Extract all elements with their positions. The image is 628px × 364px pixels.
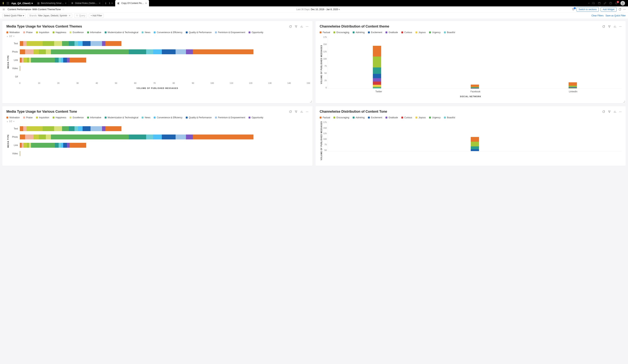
brands-filter-chip[interactable]: Brands: Nike Japan, Diebold, Sprinklr ✕ [28, 13, 72, 18]
legend-item[interactable]: Urgency [429, 31, 441, 34]
legend-item[interactable]: News [142, 116, 150, 119]
bar-segment[interactable] [31, 58, 55, 62]
bar-segment[interactable] [70, 58, 86, 62]
legend-item[interactable]: Informative [87, 31, 101, 34]
filter-icon[interactable] [295, 25, 298, 28]
legend-item[interactable]: Excellence [70, 116, 83, 119]
calendar-icon[interactable] [598, 2, 601, 5]
bar-segment[interactable] [82, 126, 90, 131]
bar-segment[interactable] [62, 126, 69, 131]
client-selector[interactable]: App_QA_Client1 ▾ [11, 2, 33, 5]
pager-next-icon[interactable]: ▼ [13, 35, 15, 37]
legend-item[interactable]: Convenience & Efficiency [154, 116, 182, 119]
bar-segment[interactable] [193, 49, 253, 54]
legend-item[interactable]: Opportunity [248, 116, 263, 119]
bar-segment[interactable] [78, 41, 82, 46]
legend-item[interactable]: Encouraging [333, 116, 349, 119]
bar-segment[interactable] [27, 58, 29, 62]
bar-segment[interactable] [69, 41, 75, 46]
bar-segment[interactable] [162, 49, 176, 54]
bar-segment[interactable] [569, 88, 577, 89]
filter-icon[interactable] [608, 25, 611, 28]
bar-segment[interactable] [43, 126, 54, 131]
bar-segment[interactable] [67, 58, 70, 62]
chart-type-icon[interactable] [614, 25, 617, 28]
notifications-icon[interactable]: 1 [615, 2, 618, 5]
bar-segment[interactable] [146, 134, 153, 139]
bar-segment[interactable] [20, 66, 20, 71]
bar-segment[interactable] [70, 143, 86, 148]
bar-segment[interactable] [373, 46, 381, 57]
bar-segment[interactable] [129, 134, 146, 139]
tab[interactable]: ◧Copy Of Content Perfor× [115, 0, 149, 6]
legend-item[interactable]: Curious [401, 31, 412, 34]
tab[interactable]: ▤Benchmarking Smart Al× [35, 0, 69, 6]
legend-item[interactable]: Curious [401, 116, 412, 119]
help-icon[interactable] [609, 2, 612, 5]
legend-item[interactable]: Praise [23, 116, 33, 119]
search-icon[interactable] [592, 2, 595, 5]
bar-segment[interactable] [24, 58, 27, 62]
filter-funnel-icon[interactable]: 1 [572, 8, 575, 11]
resize-handle-icon[interactable] [310, 101, 312, 103]
legend-item[interactable]: Feminism & Empowerment [215, 31, 245, 34]
bar-segment[interactable] [102, 41, 105, 46]
hamburger-icon[interactable] [2, 8, 5, 11]
bar-segment[interactable] [90, 126, 102, 131]
bar-segment[interactable] [24, 143, 27, 148]
bar-segment[interactable] [69, 126, 75, 131]
bar-segment[interactable] [146, 49, 153, 54]
bar-segment[interactable] [55, 143, 59, 148]
close-tab-icon[interactable]: × [99, 2, 100, 5]
bar-segment[interactable] [22, 143, 24, 148]
bar-segment[interactable] [186, 49, 193, 54]
bar-segment[interactable] [20, 126, 23, 131]
bar-segment[interactable] [51, 134, 129, 139]
legend-item[interactable]: Happiness [53, 31, 66, 34]
bar-segment[interactable] [59, 58, 62, 62]
bar-segment[interactable] [63, 143, 67, 148]
more-icon[interactable]: ⋯ [623, 8, 626, 11]
legend-item[interactable]: Factual [320, 31, 330, 34]
chart-type-icon[interactable] [300, 110, 303, 113]
chart-type-icon[interactable] [614, 110, 617, 113]
bar-segment[interactable] [102, 126, 105, 131]
close-tab-icon[interactable]: × [145, 2, 147, 5]
refresh-icon[interactable] [602, 110, 605, 113]
close-tab-icon[interactable]: × [65, 2, 66, 5]
query-input[interactable]: Query [74, 13, 87, 18]
bar-segment[interactable] [22, 58, 24, 62]
legend-item[interactable]: Joyous [415, 31, 426, 34]
quick-filter-select[interactable]: Select Quick Filter ▾ [2, 13, 26, 18]
legend-item[interactable]: Motivation [6, 116, 20, 119]
filter-icon[interactable] [608, 110, 611, 113]
bar-segment[interactable] [373, 57, 381, 67]
bar-segment[interactable] [59, 143, 62, 148]
bar-segment[interactable] [373, 88, 381, 89]
bar-segment[interactable] [20, 41, 23, 46]
bar-segment[interactable] [176, 49, 186, 54]
legend-pager[interactable]: ▲1/2▼ [6, 35, 308, 38]
filter-icon[interactable] [295, 110, 298, 113]
pager-prev-icon[interactable]: ▲ [6, 121, 8, 122]
bar-segment[interactable] [34, 49, 39, 54]
bar-segment[interactable] [20, 151, 20, 156]
bar-segment[interactable] [373, 82, 381, 85]
bar-segment[interactable] [471, 146, 479, 149]
bar-segment[interactable] [23, 41, 27, 46]
more-icon[interactable]: ⋯ [306, 25, 308, 28]
bar-segment[interactable] [193, 134, 253, 139]
bar-segment[interactable] [61, 143, 63, 148]
more-icon[interactable]: ⋯ [306, 110, 308, 113]
bar-segment[interactable] [20, 143, 22, 148]
bar-segment[interactable] [471, 85, 479, 87]
bar-segment[interactable] [46, 49, 51, 54]
close-tab-icon[interactable]: × [111, 2, 113, 5]
bar-segment[interactable] [75, 41, 78, 46]
bar-segment[interactable] [153, 49, 162, 54]
legend-item[interactable]: Boastful [444, 116, 455, 119]
chart-type-icon[interactable] [300, 25, 303, 28]
bar-segment[interactable] [373, 78, 381, 81]
legend-item[interactable]: Happiness [53, 116, 66, 119]
resize-handle-icon[interactable] [623, 101, 625, 103]
